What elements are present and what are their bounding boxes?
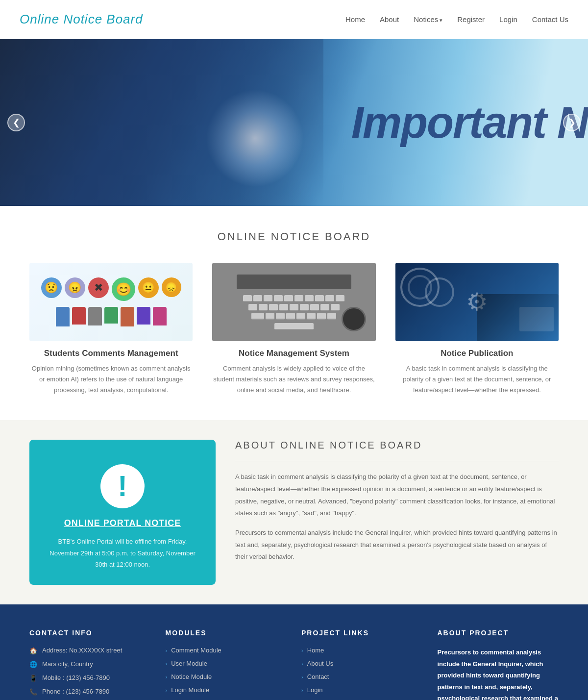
footer-module-user[interactable]: › User Module [166,660,287,667]
feature-image-0: 😟 😠 ✖ 😊 😐 😞 [29,263,193,341]
notice-card-text: BTB's Online Portal will be offline from… [44,536,201,570]
tech-sim: ⚙ [395,263,559,341]
mobile-icon: 📱 [29,675,37,682]
footer-contact-mobile: 📱 Mobile : (123) 456-7890 [29,674,151,682]
footer-module-comment[interactable]: › Comment Module [166,647,287,654]
feature-title-1: Notice Management System [212,349,375,358]
features-section-title: ONLINE NOTICE BOARD [0,206,588,258]
feature-image-1 [212,263,375,341]
feature-desc-0: Opinion mining (sometimes known as comme… [29,363,193,396]
keyboard-sim [212,263,375,341]
arrow-icon: › [166,648,168,653]
chevron-down-icon: ▾ [440,17,442,23]
footer-contact-phone: 📞 Phone : (123) 456-7890 [29,688,151,696]
about-title: ABOUT ONLINE NOTICE BOARD [235,440,559,451]
footer-contact-col: CONTACT INFO 🏠 Address: No.XXXXXX street… [29,629,151,700]
arrow-icon: › [301,687,303,693]
arrow-icon: › [166,661,168,667]
feature-image-2: ⚙ [395,263,559,341]
footer-contact-city: 🌐 Mars city, Country [29,660,151,668]
footer-contact-address: 🏠 Address: No.XXXXXX street [29,647,151,654]
feature-desc-1: Comment analysis is widely applied to vo… [212,363,375,396]
notice-card-title: ONLINE PORTAL NOTICE [44,518,201,528]
hero-suit [0,39,323,206]
footer-about-col: ABOUT PROJECT Precursors to commental an… [438,629,559,700]
feature-title-0: Students Comments Management [29,349,193,358]
arrow-icon: › [301,674,303,680]
nav-item-notices[interactable]: Notices▾ [414,15,442,24]
arrow-icon: › [301,661,303,667]
about-paragraph-0: A basic task in comment analysis is clas… [235,471,559,520]
footer-about-title: ABOUT PROJECT [438,629,559,637]
notice-card: ! ONLINE PORTAL NOTICE BTB's Online Port… [29,440,216,585]
features-grid: 😟 😠 ✖ 😊 😐 😞 Students Comm [0,258,588,420]
arrow-icon: › [166,687,168,693]
footer-about-text: Precursors to commental analysis include… [438,647,559,700]
footer-project-links-title: PROJECT LINKS [301,629,423,637]
brand-rest: nline Notice Board [30,12,143,26]
feature-title-2: Notice Publication [395,349,559,358]
feature-card-1: Notice Management System Comment analysi… [212,263,375,396]
feature-card-0: 😟 😠 ✖ 😊 😐 😞 Students Comm [29,263,193,396]
footer-link-login[interactable]: › Login [301,686,423,694]
brand-letter: O [20,12,30,26]
navbar: Online Notice Board Home About Notices▾ … [0,0,588,39]
hero-next-button[interactable]: ❯ [563,114,581,131]
footer-modules-col: MODULES › Comment Module › User Module ›… [166,629,287,700]
footer-modules-title: MODULES [166,629,287,637]
footer-link-home[interactable]: › Home [301,647,423,654]
footer-module-login[interactable]: › Login Module [166,686,287,694]
about-content: ABOUT ONLINE NOTICE BOARD A basic task i… [235,440,559,571]
nav-item-about[interactable]: About [380,15,399,24]
arrow-icon: › [301,648,303,653]
footer-link-about[interactable]: › About Us [301,660,423,667]
nav-item-home[interactable]: Home [345,15,365,24]
nav-item-login[interactable]: Login [499,15,517,24]
nav-menu: Home About Notices▾ Register Login Conta… [345,15,568,24]
hero-prev-button[interactable]: ❮ [7,114,25,131]
brand-logo[interactable]: Online Notice Board [20,12,143,27]
footer-link-contact[interactable]: › Contact [301,673,423,680]
about-section: ! ONLINE PORTAL NOTICE BTB's Online Port… [0,420,588,604]
hero-slider: Important N ❮ ❯ [0,39,588,206]
about-divider [235,461,559,461]
about-paragraph-1: Precursors to commental analysis include… [235,527,559,563]
arrow-icon: › [166,674,168,680]
home-icon: 🏠 [29,647,37,654]
footer-contact-title: CONTACT INFO [29,629,151,637]
hero-text: Important N [351,98,588,148]
nav-item-register[interactable]: Register [457,15,485,24]
nav-item-contact[interactable]: Contact Us [532,15,568,24]
notice-exclamation-icon: ! [100,464,145,508]
feature-desc-2: A basic task in comment analysis is clas… [395,363,559,396]
footer-project-links-col: PROJECT LINKS › Home › About Us › Contac… [301,629,423,700]
footer-module-notice[interactable]: › Notice Module [166,673,287,680]
footer-grid: CONTACT INFO 🏠 Address: No.XXXXXX street… [29,629,559,700]
phone-icon: 📞 [29,688,37,696]
feature-card-2: ⚙ Notice Publication A basic task in com… [395,263,559,396]
globe-icon: 🌐 [29,661,37,668]
footer: CONTACT INFO 🏠 Address: No.XXXXXX street… [0,604,588,700]
